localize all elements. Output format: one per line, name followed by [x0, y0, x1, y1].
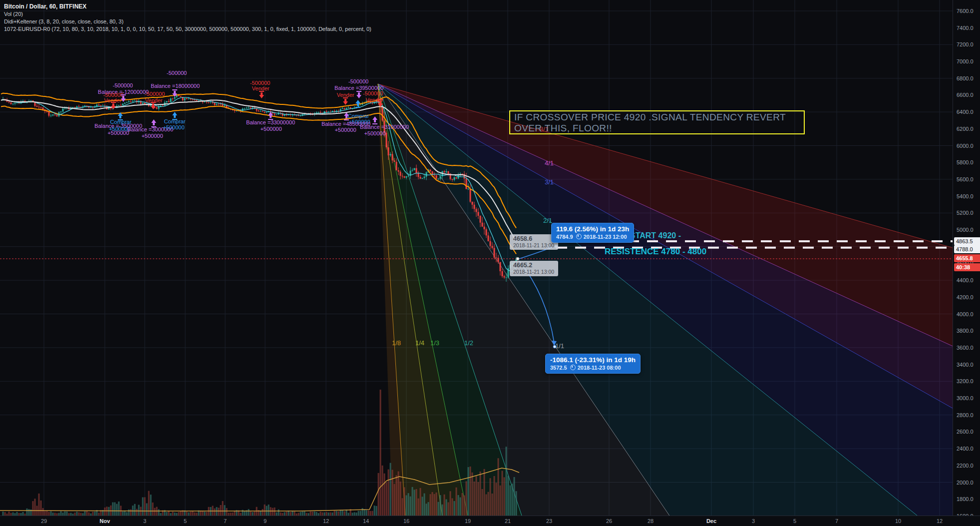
measure-tooltip-up[interactable]: 119.6 (2.56%) in 1d 23h 4784.92018-11-23…	[551, 223, 634, 243]
price-tick-label: 2800.0	[957, 412, 974, 418]
resistance-level-label[interactable]: RESISTENCE 4780 - 4800	[605, 247, 706, 257]
time-axis[interactable]: 29Nov35791214161921232628Dec3571012	[0, 516, 980, 526]
time-tick-label: 28	[648, 518, 653, 524]
time-tick-label: 23	[546, 518, 552, 524]
price-tick-label: 2000.0	[957, 480, 974, 486]
time-tick-label: 14	[363, 518, 369, 524]
indicator-didi-keltener[interactable]: Didi+Keltener (3, 8, 20, close, close, c…	[4, 18, 371, 25]
price-tick-label: 4400.0	[957, 277, 974, 283]
point-label-price: 4658.6	[513, 235, 554, 242]
price-tick-label: 2200.0	[957, 463, 974, 469]
level-price-flag-lower: 4788.0	[954, 245, 980, 253]
point-label-datetime: 2018-11-21 13:00	[513, 242, 554, 248]
price-tick-label: 3400.0	[957, 362, 974, 368]
price-tick-label: 1800.0	[957, 496, 974, 502]
price-tick-label: 7000.0	[957, 58, 974, 64]
price-tick-label: 5400.0	[957, 193, 974, 199]
price-tick-label: 4200.0	[957, 294, 974, 300]
price-tick-label: 2400.0	[957, 446, 974, 452]
measure-up-price: 4784.9	[556, 234, 573, 240]
time-tick-label: 26	[606, 518, 612, 524]
price-tick-label: 6400.0	[957, 109, 974, 115]
time-tick-label: 12	[323, 518, 329, 524]
time-tick-label: Nov	[100, 518, 110, 524]
chart-legend: Bitcoin / Dollar, 60, BITFINEX Vol (20) …	[4, 2, 371, 33]
price-tick-label: 6800.0	[957, 75, 974, 81]
time-tick-label: 9	[264, 518, 267, 524]
clock-icon	[576, 234, 582, 239]
gann-fan	[378, 84, 953, 516]
last-price-flag: 4655.8	[954, 254, 980, 262]
point-label-datetime: 2018-11-21 13:00	[513, 269, 554, 275]
measure-up-datetime: 2018-11-23 12:00	[584, 234, 627, 240]
symbol-title[interactable]: Bitcoin / Dollar, 60, BITFINEX	[4, 2, 371, 10]
price-tick-label: 3800.0	[957, 328, 974, 334]
time-tick-label: 29	[41, 518, 47, 524]
price-tick-label: 5600.0	[957, 176, 974, 182]
time-tick-label: Dec	[706, 518, 716, 524]
price-tick-label: 5000.0	[957, 227, 974, 233]
price-tick-label: 7400.0	[957, 25, 974, 31]
measure-down-change: -1086.1 (-23.31%) in 1d 19h	[550, 356, 636, 364]
clock-icon	[570, 365, 576, 370]
time-tick-label: 3	[752, 518, 755, 524]
price-tick-label: 2600.0	[957, 429, 974, 435]
price-tick-label: 6600.0	[957, 92, 974, 98]
time-tick-label: 7	[224, 518, 227, 524]
price-tick-label: 5800.0	[957, 159, 974, 165]
note-line-1: IF CROSSOVER PRICE 4920 .SIGNAL TENDENCY…	[514, 112, 800, 123]
price-tick-label: 3200.0	[957, 378, 974, 384]
measure-up-change: 119.6 (2.56%) in 1d 23h	[556, 225, 629, 233]
price-tick-label: 5200.0	[957, 210, 974, 216]
price-tick-label: 7600.0	[957, 8, 974, 14]
note-line-2: OVER THIS, FLOOR!!	[514, 123, 800, 134]
price-tick-label: 6000.0	[957, 143, 974, 149]
price-tick-label: 3600.0	[957, 345, 974, 351]
measure-down-price: 3572.5	[550, 365, 567, 371]
tradingview-chart-window: 8/14/13/12/11/11/21/31/41/8-500000Balanc…	[0, 0, 980, 526]
start-level-label[interactable]: START 4920 -	[630, 231, 681, 240]
measure-down-datetime: 2018-11-23 08:00	[578, 365, 621, 371]
price-chart-canvas[interactable]	[0, 0, 953, 516]
level-price-flag-upper: 4863.5	[954, 237, 980, 245]
time-tick-label: 12	[937, 518, 943, 524]
indicator-volume[interactable]: Vol (20)	[4, 10, 371, 18]
time-tick-label: 7	[835, 518, 838, 524]
point-label-price: 4665.2	[513, 262, 554, 269]
price-tick-label: 3000.0	[957, 395, 974, 401]
point-label-low: 4665.2 2018-11-21 13:00	[510, 261, 558, 276]
price-tick-label: 7200.0	[957, 41, 974, 47]
bar-close-countdown-flag: 40:38	[954, 263, 980, 271]
price-tick-label: 4000.0	[957, 311, 974, 317]
time-tick-label: 16	[403, 518, 409, 524]
time-tick-label: 10	[895, 518, 901, 524]
indicator-eurusd-strategy[interactable]: 1072-EURUSD-R0 (72, 10, 80, 3, 10, 2018,…	[4, 25, 371, 33]
note-text-box[interactable]: IF CROSSOVER PRICE 4920 .SIGNAL TENDENCY…	[509, 110, 805, 134]
time-tick-label: 21	[505, 518, 511, 524]
time-tick-label: 19	[465, 518, 471, 524]
measure-tooltip-down[interactable]: -1086.1 (-23.31%) in 1d 19h 3572.52018-1…	[545, 354, 641, 374]
price-axis[interactable]: 4863.5 4788.0 4655.8 40:38 7600.07400.07…	[953, 0, 980, 516]
price-tick-label: 6200.0	[957, 126, 974, 132]
time-tick-label: 5	[793, 518, 796, 524]
time-tick-label: 3	[143, 518, 146, 524]
time-tick-label: 5	[184, 518, 187, 524]
